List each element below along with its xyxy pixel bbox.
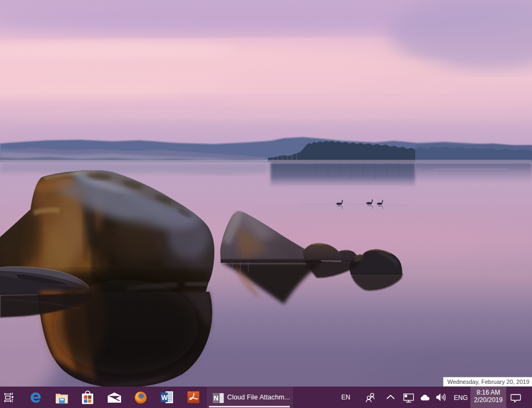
- svg-text:N: N: [214, 395, 219, 402]
- svg-text:W: W: [161, 394, 168, 402]
